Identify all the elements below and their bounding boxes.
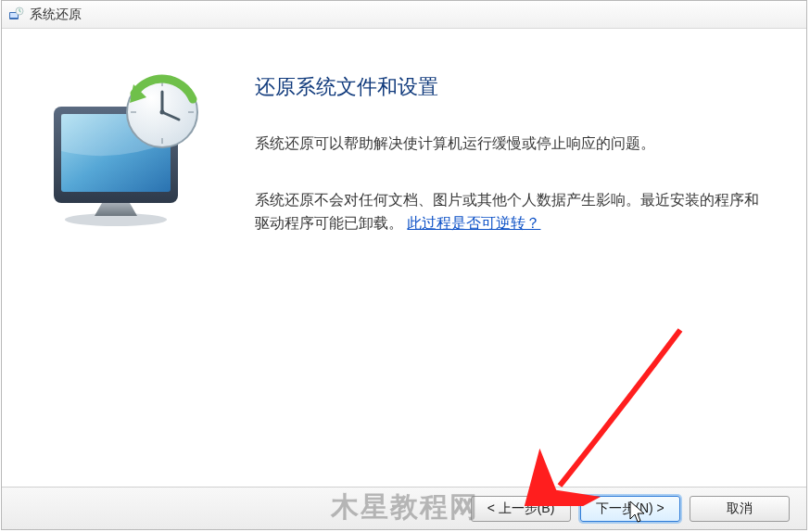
titlebar: 系统还原 xyxy=(2,1,806,29)
reversible-link[interactable]: 此过程是否可逆转？ xyxy=(407,215,540,231)
page-heading: 还原系统文件和设置 xyxy=(255,73,767,101)
system-restore-icon xyxy=(7,6,24,23)
content-area: 还原系统文件和设置 系统还原可以帮助解决使计算机运行缓慢或停止响应的问题。 系统… xyxy=(2,29,806,487)
paragraph-1: 系统还原可以帮助解决使计算机运行缓慢或停止响应的问题。 xyxy=(255,133,767,156)
right-text-panel: 还原系统文件和设置 系统还原可以帮助解决使计算机运行缓慢或停止响应的问题。 系统… xyxy=(247,29,806,487)
button-bar: < 上一步(B) 下一步(N) > 取消 xyxy=(2,487,806,529)
next-button[interactable]: 下一步(N) > xyxy=(580,496,680,522)
left-illustration-panel xyxy=(2,29,247,487)
paragraph-2: 系统还原不会对任何文档、图片或其他个人数据产生影响。最近安装的程序和驱动程序可能… xyxy=(255,189,767,235)
monitor-clock-illustration xyxy=(37,71,213,229)
cancel-button[interactable]: 取消 xyxy=(690,496,790,522)
window-title: 系统还原 xyxy=(30,6,82,23)
svg-point-14 xyxy=(159,110,164,115)
back-button[interactable]: < 上一步(B) xyxy=(471,496,571,522)
system-restore-window: 系统还原 xyxy=(1,0,807,530)
